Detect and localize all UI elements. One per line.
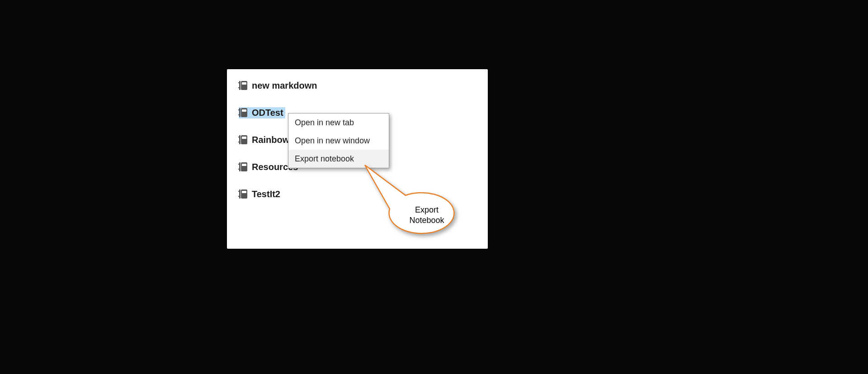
menu-item-open-new-window[interactable]: Open in new window (288, 132, 389, 150)
notebook-item[interactable]: TestIt2 (227, 180, 488, 208)
notebook-icon (239, 189, 247, 199)
notebook-icon (239, 162, 247, 171)
menu-item-label: Export notebook (295, 154, 354, 164)
notebook-item[interactable]: new markdown (227, 72, 488, 99)
menu-item-export-notebook[interactable]: Export notebook (288, 150, 389, 168)
notebook-icon (239, 81, 247, 90)
notebook-icon (239, 135, 247, 144)
menu-item-open-new-tab[interactable]: Open in new tab (288, 114, 389, 132)
context-menu: Open in new tab Open in new window Expor… (288, 113, 389, 168)
notebook-item-label: new markdown (252, 80, 317, 91)
notebook-icon (239, 108, 247, 117)
notebook-item-label: Rainbow (252, 135, 289, 145)
menu-item-label: Open in new tab (295, 118, 354, 128)
notebook-item-label-wrap: new markdown (239, 80, 319, 91)
notebook-item-label-wrap: Rainbow (239, 134, 291, 146)
notebook-item-label-wrap: ODTest (239, 107, 285, 118)
menu-item-label: Open in new window (295, 136, 370, 146)
notebook-item-label: ODTest (252, 108, 283, 118)
notebook-item-label: TestIt2 (252, 189, 280, 199)
notebook-item-label-wrap: TestIt2 (239, 189, 282, 200)
